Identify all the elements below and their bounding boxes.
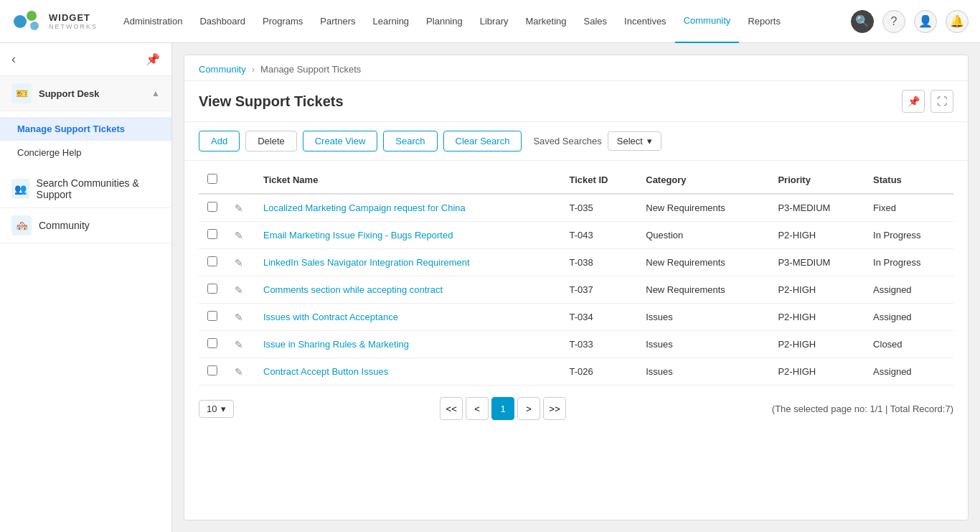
nav-link-programs[interactable]: Programs: [254, 0, 311, 43]
page-next-button[interactable]: >: [517, 397, 540, 420]
edit-icon-2[interactable]: ✎: [235, 257, 243, 269]
row-checkbox-1[interactable]: [207, 229, 217, 239]
sidebar-menu-section: Manage Support TicketsConcierge Help: [0, 111, 171, 170]
page-title: View Support Tickets: [199, 93, 344, 110]
row-ticket-name-0: Localized Marketing Campaign request for…: [255, 194, 561, 222]
ticket-link-2[interactable]: LinkedIn Sales Navigator Integration Req…: [263, 257, 470, 268]
row-edit-cell-0: ✎: [226, 194, 255, 222]
row-ticket-id-2: T-038: [561, 249, 638, 276]
page-last-button[interactable]: >>: [543, 397, 566, 420]
clear-search-button[interactable]: Clear Search: [443, 131, 522, 151]
row-checkbox-2[interactable]: [207, 256, 217, 266]
breadcrumb: Community › Manage Support Tickets: [184, 55, 968, 81]
row-checkbox-0[interactable]: [207, 202, 217, 212]
logo[interactable]: WIDGET NETWORKS: [11, 6, 98, 37]
ticket-link-3[interactable]: Comments section while accepting contrac…: [263, 284, 443, 295]
create-view-button[interactable]: Create View: [303, 131, 378, 151]
nav-link-community[interactable]: Community: [675, 0, 740, 43]
edit-icon-0[interactable]: ✎: [235, 202, 243, 214]
row-status-0: Fixed: [864, 194, 953, 222]
row-status-1: In Progress: [864, 222, 953, 249]
nav-link-administration[interactable]: Administration: [115, 0, 191, 43]
nav-link-library[interactable]: Library: [471, 0, 517, 43]
row-checkbox-cell-1: [199, 222, 226, 249]
sidebar-nav-community[interactable]: 🏘️ Community: [0, 208, 171, 243]
ticket-link-6[interactable]: Contract Accept Button Issues: [263, 366, 388, 377]
nav-link-reports[interactable]: Reports: [739, 0, 789, 43]
row-edit-cell-4: ✎: [226, 304, 255, 331]
page-first-button[interactable]: <<: [440, 397, 463, 420]
expand-page-button[interactable]: ⛶: [930, 90, 953, 113]
sidebar-back-button[interactable]: ‹: [11, 52, 16, 67]
search-nav-button[interactable]: 🔍: [851, 10, 874, 33]
edit-icon-4[interactable]: ✎: [235, 312, 243, 323]
page-number-button[interactable]: 1: [491, 397, 514, 420]
row-checkbox-4[interactable]: [207, 311, 217, 321]
nav-link-sales[interactable]: Sales: [575, 0, 616, 43]
per-page-value: 10: [207, 403, 217, 414]
row-priority-2: P3-MEDIUM: [769, 249, 864, 276]
select-all-checkbox[interactable]: [207, 174, 217, 184]
table-row: ✎ Issues with Contract Acceptance T-034 …: [199, 304, 953, 331]
ticket-link-4[interactable]: Issues with Contract Acceptance: [263, 312, 398, 322]
pagination-bar: 10 ▾ << < 1 > >> (The selected page no: …: [184, 386, 968, 431]
svg-point-0: [14, 15, 27, 28]
nav-icons: 🔍 ? 👤 🔔: [851, 10, 969, 33]
row-ticket-id-1: T-043: [561, 222, 638, 249]
nav-link-marketing[interactable]: Marketing: [517, 0, 575, 43]
top-navigation: WIDGET NETWORKS AdministrationDashboardP…: [0, 0, 980, 43]
row-priority-4: P2-HIGH: [769, 304, 864, 331]
nav-link-learning[interactable]: Learning: [364, 0, 418, 43]
row-checkbox-3[interactable]: [207, 284, 217, 294]
pin-page-button[interactable]: 📌: [902, 90, 925, 113]
row-edit-cell-1: ✎: [226, 222, 255, 249]
sidebar-nav-search-communities[interactable]: 👥 Search Communities & Support: [0, 170, 171, 208]
per-page-chevron-icon: ▾: [221, 403, 226, 414]
row-category-3: New Requirements: [637, 276, 769, 304]
ticket-link-1[interactable]: Email Marketing Issue Fixing - Bugs Repo…: [263, 230, 453, 241]
table-row: ✎ Email Marketing Issue Fixing - Bugs Re…: [199, 222, 953, 249]
search-button[interactable]: Search: [383, 131, 437, 151]
sidebar-pin-button[interactable]: 📌: [146, 52, 160, 66]
nav-link-planning[interactable]: Planning: [418, 0, 471, 43]
nav-link-incentives[interactable]: Incentives: [616, 0, 675, 43]
row-ticket-id-6: T-026: [561, 358, 638, 386]
row-ticket-name-5: Issue in Sharing Rules & Marketing: [255, 331, 561, 358]
table-header: Ticket Name Ticket ID Category Priority …: [199, 167, 953, 194]
user-nav-button[interactable]: 👤: [914, 10, 937, 33]
page-prev-button[interactable]: <: [466, 397, 489, 420]
row-checkbox-6[interactable]: [207, 365, 217, 375]
saved-searches-label: Saved Searches: [533, 136, 601, 146]
edit-icon-1[interactable]: ✎: [235, 230, 243, 241]
row-edit-cell-3: ✎: [226, 276, 255, 304]
edit-icon-3[interactable]: ✎: [235, 284, 243, 296]
breadcrumb-parent-link[interactable]: Community: [199, 64, 246, 75]
row-priority-1: P2-HIGH: [769, 222, 864, 249]
per-page-select[interactable]: 10 ▾: [199, 400, 234, 418]
sidebar-item-manage-support-tickets[interactable]: Manage Support Tickets: [0, 117, 171, 141]
help-nav-button[interactable]: ?: [882, 10, 905, 33]
support-desk-header-left: 🎫 Support Desk: [11, 83, 100, 103]
sidebar-item-concierge-help[interactable]: Concierge Help: [0, 141, 171, 164]
add-button[interactable]: Add: [199, 131, 240, 151]
nav-link-dashboard[interactable]: Dashboard: [191, 0, 254, 43]
saved-searches-select[interactable]: Select ▾: [608, 131, 661, 151]
ticket-link-0[interactable]: Localized Marketing Campaign request for…: [263, 202, 466, 213]
sidebar: ‹ 📌 🎫 Support Desk ▲ Manage Support Tick…: [0, 43, 172, 532]
row-ticket-id-0: T-035: [561, 194, 638, 222]
ticket-link-5[interactable]: Issue in Sharing Rules & Marketing: [263, 339, 409, 350]
table-row: ✎ Contract Accept Button Issues T-026 Is…: [199, 358, 953, 386]
nav-link-partners[interactable]: Partners: [311, 0, 364, 43]
edit-icon-5[interactable]: ✎: [235, 339, 243, 350]
page-actions: 📌 ⛶: [902, 90, 953, 113]
row-checkbox-cell-5: [199, 331, 226, 358]
nav-links: AdministrationDashboardProgramsPartnersL…: [115, 0, 851, 43]
page-navigation: << < 1 > >>: [440, 397, 566, 420]
row-checkbox-5[interactable]: [207, 338, 217, 348]
delete-button[interactable]: Delete: [245, 131, 297, 151]
support-desk-header[interactable]: 🎫 Support Desk ▲: [0, 76, 171, 111]
notifications-nav-button[interactable]: 🔔: [946, 10, 969, 33]
support-desk-chevron-icon: ▲: [151, 88, 160, 98]
table-row: ✎ Issue in Sharing Rules & Marketing T-0…: [199, 331, 953, 358]
edit-icon-6[interactable]: ✎: [235, 366, 243, 378]
